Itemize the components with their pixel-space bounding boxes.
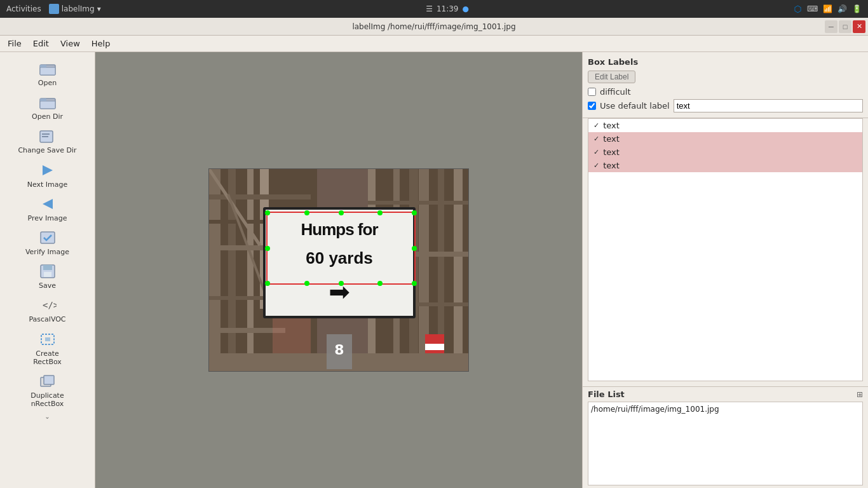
teamviewer-icon: ⬡	[794, 4, 801, 14]
prev-image-label: Prev Image	[28, 214, 67, 222]
svg-rect-28	[454, 169, 463, 372]
sign-line1: Humps for	[301, 221, 378, 238]
pascal-voc-label: PascalVOC	[29, 315, 65, 323]
next-image-icon	[37, 161, 58, 179]
open-icon	[37, 60, 58, 78]
minimize-button[interactable]: ─	[825, 20, 837, 33]
create-rect-button[interactable]: CreateRectBox	[6, 328, 89, 369]
open-label: Open	[38, 79, 57, 87]
dot-indicator: ●	[462, 4, 468, 13]
save-icon	[37, 262, 58, 280]
labels-panel: ✓ text ✓ text ✓ text ✓ text	[583, 118, 868, 386]
wifi-icon: 📶	[823, 4, 832, 13]
app-menu-btn[interactable]: labelImg ▾	[49, 4, 101, 14]
box-labels-section: Box Labels Edit Label difficult Use defa…	[583, 52, 868, 118]
svg-text:</>: </>	[43, 300, 57, 310]
prev-image-button[interactable]: Prev Image	[6, 193, 89, 225]
svg-rect-37	[425, 344, 444, 350]
system-bar-center: ☰ 11:39 ●	[426, 4, 469, 13]
duplicate-rect-label: DuplicatenRectBox	[31, 391, 64, 408]
label-item-0[interactable]: ✓ text	[588, 119, 862, 132]
file-list-content[interactable]: /home/rui/fff/image/img_1001.jpg	[588, 402, 863, 485]
verify-image-label: Verify Image	[25, 248, 69, 256]
svg-marker-10	[43, 165, 53, 175]
label-text-3: text	[603, 161, 620, 170]
label-item-1[interactable]: ✓ text	[588, 132, 862, 146]
svg-rect-20	[44, 376, 54, 384]
file-list-title: File List	[588, 390, 625, 399]
label-text-1: text	[603, 134, 620, 144]
menu-help[interactable]: Help	[86, 37, 116, 50]
verify-image-button[interactable]: Verify Image	[6, 226, 89, 259]
system-time: 11:39	[437, 4, 459, 13]
activities-label[interactable]: Activities	[6, 4, 41, 13]
duplicate-rect-button[interactable]: DuplicatenRectBox	[6, 370, 89, 410]
box-labels-title: Box Labels	[588, 57, 863, 67]
image-container: 8 Humps for 60 yards ➡	[208, 168, 469, 372]
sign-arrow: ➡	[329, 279, 350, 304]
canvas-area[interactable]: 8 Humps for 60 yards ➡	[95, 52, 582, 488]
change-save-dir-button[interactable]: Change Save Dir	[6, 125, 89, 157]
system-bar: Activities labelImg ▾ ☰ 11:39 ● ⬡ ⌨ 📶 🔊 …	[0, 0, 868, 18]
default-label-row: Use default label	[588, 99, 863, 112]
svg-marker-11	[43, 199, 53, 209]
save-label: Save	[39, 281, 56, 290]
label-item-3[interactable]: ✓ text	[588, 159, 862, 172]
svg-rect-2	[40, 65, 46, 67]
label-item-2[interactable]: ✓ text	[588, 146, 862, 159]
svg-rect-18	[45, 337, 50, 341]
menu-file[interactable]: File	[3, 37, 27, 50]
svg-rect-12	[41, 232, 55, 243]
close-button[interactable]: ✕	[853, 20, 865, 33]
menu-edit[interactable]: Edit	[28, 37, 54, 50]
app-name-label: labelImg	[62, 4, 95, 13]
file-list-section: File List ⊞ /home/rui/fff/image/img_1001…	[583, 386, 868, 488]
file-list-header: File List ⊞	[588, 390, 863, 399]
svg-rect-42	[368, 201, 469, 205]
prev-image-icon	[37, 195, 58, 213]
main-layout: Open Open Dir Change Save	[0, 52, 868, 488]
difficult-checkbox[interactable]	[588, 88, 596, 96]
file-list-icon: ⊞	[857, 390, 863, 399]
label-text-2: text	[603, 147, 620, 157]
labels-list: ✓ text ✓ text ✓ text ✓ text	[588, 118, 863, 381]
open-dir-icon	[37, 93, 58, 111]
save-button[interactable]: Save	[6, 260, 89, 292]
sign-board: Humps for 60 yards ➡	[263, 207, 416, 318]
menu-icon: ☰	[426, 4, 433, 13]
scroll-indicator: ⌄	[44, 412, 50, 421]
use-default-label-text[interactable]: Use default label	[600, 101, 670, 111]
svg-rect-8	[42, 133, 50, 135]
svg-rect-9	[42, 136, 48, 137]
difficult-row: difficult	[588, 87, 863, 97]
battery-icon: 🔋	[852, 4, 862, 13]
audio-icon: 🔊	[837, 4, 847, 13]
open-button[interactable]: Open	[6, 57, 89, 90]
open-dir-button[interactable]: Open Dir	[6, 91, 89, 123]
duplicate-rect-icon	[37, 372, 58, 390]
next-image-button[interactable]: Next Image	[6, 159, 89, 191]
right-panel: Box Labels Edit Label difficult Use defa…	[582, 52, 868, 488]
edit-label-button[interactable]: Edit Label	[588, 71, 635, 83]
label-check-2: ✓	[593, 148, 599, 156]
system-bar-right: ⬡ ⌨ 📶 🔊 🔋	[794, 4, 862, 14]
svg-rect-1	[40, 67, 55, 75]
pascal-voc-button[interactable]: </> PascalVOC	[6, 294, 89, 326]
maximize-button[interactable]: □	[839, 20, 851, 33]
menu-view[interactable]: View	[55, 37, 85, 50]
title-bar: labelImg /home/rui/fff/image/img_1001.jp…	[0, 18, 868, 36]
difficult-label[interactable]: difficult	[600, 87, 631, 97]
label-check-1: ✓	[593, 135, 599, 143]
sidebar: Open Open Dir Change Save	[0, 52, 95, 488]
use-default-label-checkbox[interactable]	[588, 102, 596, 110]
create-rect-icon	[37, 330, 58, 348]
svg-rect-29	[209, 194, 311, 200]
default-label-input[interactable]	[674, 99, 863, 112]
svg-rect-14	[43, 265, 52, 270]
svg-rect-15	[44, 272, 51, 277]
file-list-item-0[interactable]: /home/rui/fff/image/img_1001.jpg	[591, 403, 860, 415]
create-rect-label: CreateRectBox	[33, 349, 62, 366]
keyboard-icon: ⌨	[807, 4, 818, 13]
label-check-3: ✓	[593, 161, 599, 170]
svg-text:8: 8	[334, 342, 344, 358]
